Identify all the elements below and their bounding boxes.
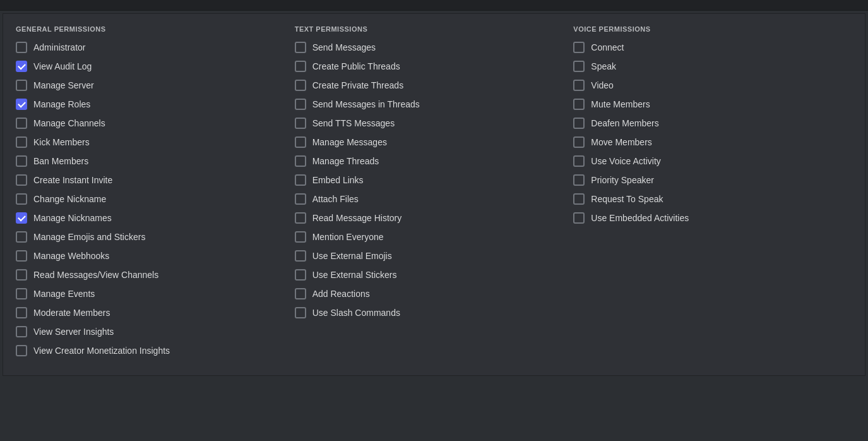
permission-item-send-messages: Send Messages [295, 42, 568, 53]
checkbox-read-messages-view-channels[interactable] [16, 269, 27, 281]
checkbox-manage-emojis-stickers[interactable] [16, 231, 27, 243]
label-manage-events: Manage Events [33, 289, 95, 299]
permission-item-change-nickname: Change Nickname [16, 193, 288, 205]
checkbox-request-to-speak[interactable] [573, 193, 585, 205]
checkbox-manage-nicknames[interactable] [16, 212, 27, 224]
checkbox-manage-server[interactable] [16, 80, 27, 91]
label-create-private-threads: Create Private Threads [312, 80, 403, 90]
label-view-server-insights: View Server Insights [33, 327, 114, 337]
checkbox-send-messages-threads[interactable] [295, 99, 306, 110]
checkbox-view-server-insights[interactable] [16, 326, 27, 337]
checkbox-manage-messages[interactable] [295, 136, 306, 148]
permission-item-mention-everyone: Mention Everyone [295, 231, 568, 243]
label-manage-server: Manage Server [33, 80, 94, 90]
bot-permissions-header [0, 0, 868, 11]
permission-item-moderate-members: Moderate Members [16, 307, 288, 318]
label-send-messages: Send Messages [312, 42, 376, 52]
label-connect: Connect [591, 42, 624, 52]
checkbox-manage-threads[interactable] [295, 155, 306, 167]
checkbox-priority-speaker[interactable] [573, 174, 585, 186]
label-manage-messages: Manage Messages [312, 137, 387, 147]
permission-item-embed-links: Embed Links [295, 174, 568, 186]
permission-item-manage-events: Manage Events [16, 288, 288, 299]
label-use-external-emojis: Use External Emojis [312, 251, 392, 261]
checkbox-create-instant-invite[interactable] [16, 174, 27, 186]
label-read-message-history: Read Message History [312, 213, 402, 223]
permission-item-manage-server: Manage Server [16, 80, 288, 91]
label-mention-everyone: Mention Everyone [312, 232, 384, 242]
checkbox-send-tts-messages[interactable] [295, 118, 306, 129]
permission-item-deafen-members: Deafen Members [573, 118, 846, 129]
checkbox-use-voice-activity[interactable] [573, 155, 585, 167]
checkbox-manage-channels[interactable] [16, 118, 27, 129]
permission-item-request-to-speak: Request To Speak [573, 193, 846, 205]
permission-item-create-private-threads: Create Private Threads [295, 80, 568, 91]
label-priority-speaker: Priority Speaker [591, 175, 654, 185]
checkbox-send-messages[interactable] [295, 42, 306, 53]
label-add-reactions: Add Reactions [312, 289, 370, 299]
label-manage-threads: Manage Threads [312, 156, 379, 166]
checkbox-connect[interactable] [573, 42, 585, 53]
checkbox-manage-roles[interactable] [16, 99, 27, 110]
permission-item-manage-messages: Manage Messages [295, 136, 568, 148]
checkbox-use-external-emojis[interactable] [295, 250, 306, 262]
permission-item-manage-emojis-stickers: Manage Emojis and Stickers [16, 231, 288, 243]
label-use-external-stickers: Use External Stickers [312, 270, 397, 280]
label-send-tts-messages: Send TTS Messages [312, 118, 395, 128]
checkbox-mention-everyone[interactable] [295, 231, 306, 243]
label-create-instant-invite: Create Instant Invite [33, 175, 112, 185]
checkbox-video[interactable] [573, 80, 585, 91]
checkbox-manage-webhooks[interactable] [16, 250, 27, 262]
label-change-nickname: Change Nickname [33, 194, 106, 204]
permission-item-send-messages-threads: Send Messages in Threads [295, 99, 568, 110]
checkbox-administrator[interactable] [16, 42, 27, 53]
checkbox-mute-members[interactable] [573, 99, 585, 110]
label-read-messages-view-channels: Read Messages/View Channels [33, 270, 158, 280]
label-view-audit-log: View Audit Log [33, 61, 92, 71]
permission-item-mute-members: Mute Members [573, 99, 846, 110]
checkbox-view-audit-log[interactable] [16, 61, 27, 72]
checkbox-manage-events[interactable] [16, 288, 27, 299]
permission-item-view-creator-monetization: View Creator Monetization Insights [16, 345, 288, 356]
permission-item-use-external-emojis: Use External Emojis [295, 250, 568, 262]
permission-item-use-embedded-activities: Use Embedded Activities [573, 212, 846, 224]
checkbox-read-message-history[interactable] [295, 212, 306, 224]
checkbox-use-slash-commands[interactable] [295, 307, 306, 318]
permission-item-send-tts-messages: Send TTS Messages [295, 118, 568, 129]
checkbox-change-nickname[interactable] [16, 193, 27, 205]
checkbox-ban-members[interactable] [16, 155, 27, 167]
permission-item-view-server-insights: View Server Insights [16, 326, 288, 337]
checkbox-use-external-stickers[interactable] [295, 269, 306, 281]
label-deafen-members: Deafen Members [591, 118, 658, 128]
label-request-to-speak: Request To Speak [591, 194, 663, 204]
checkbox-view-creator-monetization[interactable] [16, 345, 27, 356]
checkbox-deafen-members[interactable] [573, 118, 585, 129]
permission-item-administrator: Administrator [16, 42, 288, 53]
label-mute-members: Mute Members [591, 99, 650, 109]
permission-item-attach-files: Attach Files [295, 193, 568, 205]
label-manage-nicknames: Manage Nicknames [33, 213, 112, 223]
checkbox-embed-links[interactable] [295, 174, 306, 186]
permission-item-video: Video [573, 80, 846, 91]
label-view-creator-monetization: View Creator Monetization Insights [33, 346, 170, 356]
checkbox-kick-members[interactable] [16, 136, 27, 148]
checkbox-move-members[interactable] [573, 136, 585, 148]
permission-item-view-audit-log: View Audit Log [16, 61, 288, 72]
checkbox-use-embedded-activities[interactable] [573, 212, 585, 224]
permission-item-read-message-history: Read Message History [295, 212, 568, 224]
checkbox-create-public-threads[interactable] [295, 61, 306, 72]
permission-item-create-public-threads: Create Public Threads [295, 61, 568, 72]
label-manage-emojis-stickers: Manage Emojis and Stickers [33, 232, 145, 242]
checkbox-speak[interactable] [573, 61, 585, 72]
checkbox-moderate-members[interactable] [16, 307, 27, 318]
column-header-general: GENERAL PERMISSIONS [16, 25, 288, 33]
column-header-text: TEXT PERMISSIONS [295, 25, 568, 33]
checkbox-attach-files[interactable] [295, 193, 306, 205]
label-send-messages-threads: Send Messages in Threads [312, 99, 420, 109]
checkbox-add-reactions[interactable] [295, 288, 306, 299]
permission-item-connect: Connect [573, 42, 846, 53]
label-manage-roles: Manage Roles [33, 99, 90, 109]
bot-permissions-body: GENERAL PERMISSIONSAdministratorView Aud… [3, 13, 865, 376]
checkbox-create-private-threads[interactable] [295, 80, 306, 91]
label-manage-channels: Manage Channels [33, 118, 105, 128]
